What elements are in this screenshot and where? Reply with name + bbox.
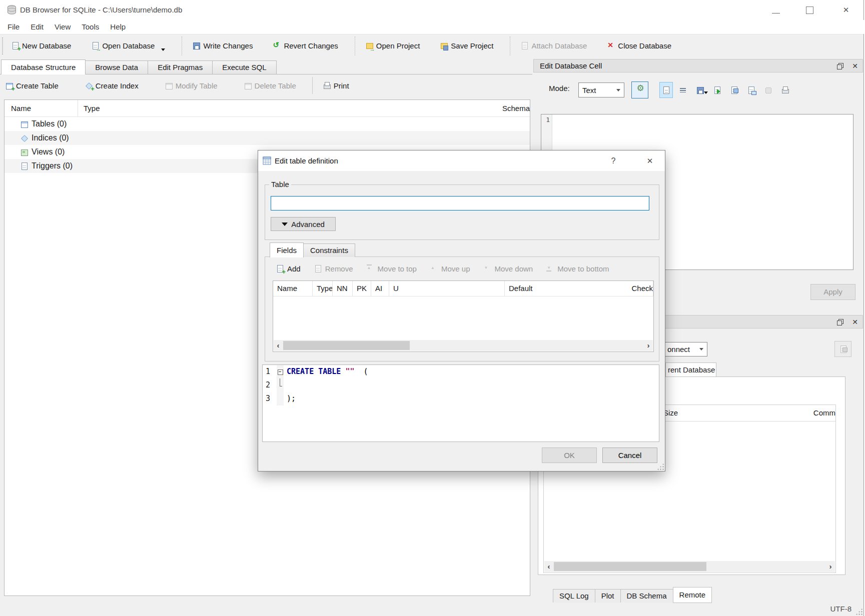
toolbar-button-label: Close Database [618, 42, 671, 50]
dock-close-icon[interactable] [851, 62, 858, 70]
tree-column-header[interactable]: Name [5, 100, 78, 116]
bottom-dock-tab[interactable]: SQL Log [553, 589, 595, 603]
toolbar-button[interactable]: Revert Changes [269, 36, 341, 56]
status-bar: UTF-8 [0, 602, 863, 616]
toolbar-button-label: Write Changes [203, 42, 253, 50]
cell-toolbar-button[interactable] [676, 82, 690, 98]
fold-marker[interactable] [277, 392, 284, 406]
structure-toolbar-button[interactable]: Create Index [82, 77, 142, 94]
close-icon[interactable] [834, 0, 857, 20]
main-tab[interactable]: Browse Data [85, 60, 148, 74]
remote-column-header[interactable]: Comm [808, 405, 835, 421]
menu-item[interactable]: File [2, 20, 25, 34]
scroll-left-icon[interactable]: ‹ [274, 340, 283, 351]
open-project-icon [365, 42, 374, 50]
remote-column-header[interactable]: Size [658, 405, 808, 421]
dialog-tab[interactable]: Constraints [303, 244, 355, 257]
dialog-close-icon[interactable] [641, 150, 658, 171]
toolbar-button[interactable]: Close Database [603, 36, 675, 56]
fields-column-header[interactable]: AI [371, 281, 389, 296]
tree-row[interactable]: Tables (0) [5, 117, 530, 131]
field-action-button: Move to top [360, 264, 423, 273]
fields-column-header[interactable]: Default [505, 281, 627, 296]
menu-item[interactable]: View [49, 20, 76, 34]
bottom-dock-tab[interactable]: DB Schema [620, 589, 673, 603]
fields-column-header[interactable]: PK [353, 281, 371, 296]
tree-header: NameTypeSchema [5, 100, 530, 117]
tree-column-header[interactable]: Schema [502, 100, 530, 116]
table-name-input[interactable] [271, 196, 649, 210]
toolbar-drag-handle[interactable] [2, 38, 5, 54]
fields-column-header[interactable]: Type [313, 281, 333, 296]
toolbar-button[interactable]: New Database [8, 36, 75, 56]
field-action-label: Add [287, 264, 301, 273]
window-resize-grip[interactable] [855, 608, 862, 615]
menu-item[interactable]: Help [105, 20, 131, 34]
revert-changes-icon [273, 42, 281, 50]
structure-toolbar-label: Delete Table [255, 82, 296, 90]
add-icon [276, 264, 284, 273]
toolbar-button[interactable]: Open Database [88, 36, 169, 56]
remote-clone-button [834, 341, 851, 357]
cell-toolbar-button[interactable] [710, 82, 724, 98]
scroll-right-icon[interactable]: › [826, 561, 835, 572]
scrollbar-thumb[interactable] [283, 341, 410, 350]
fields-table-hscrollbar[interactable]: ‹ › [274, 340, 653, 351]
bottom-dock-tab[interactable]: Remote [673, 587, 712, 603]
dialog-resize-grip[interactable] [657, 463, 664, 470]
main-toolbar: New Database Open Database Write Changes [0, 34, 863, 57]
toolbar-button: Attach Database [510, 36, 590, 56]
tree-row[interactable]: Indices (0) [5, 131, 530, 145]
toolbar-button[interactable]: Write Changes [182, 36, 256, 56]
scrollbar-thumb[interactable] [554, 562, 706, 571]
field-action-button: Move down [477, 264, 540, 273]
cancel-button[interactable]: Cancel [602, 448, 657, 463]
fields-column-header[interactable]: NN [333, 281, 353, 296]
dock-float-icon[interactable] [837, 63, 843, 70]
current-database-tab[interactable]: rent Database [665, 362, 716, 376]
dock-float-icon[interactable] [837, 319, 843, 326]
cell-toolbar-button[interactable] [693, 82, 707, 98]
advanced-button[interactable]: Advanced [271, 217, 336, 231]
fields-column-header[interactable]: Check [627, 281, 653, 296]
write-changes-icon [192, 42, 201, 50]
bottom-dock-tab[interactable]: Plot [595, 589, 621, 603]
table-group-label: Table [269, 180, 291, 188]
main-tab[interactable]: Database Structure [1, 60, 86, 74]
toolbar-button-label: Open Database [102, 42, 155, 50]
scroll-right-icon[interactable]: › [644, 340, 653, 351]
tree-column-header[interactable]: Type [78, 100, 502, 116]
maximize-icon[interactable] [798, 0, 821, 20]
remote-table-hscrollbar[interactable]: ‹ › [544, 561, 835, 572]
dialog-tab[interactable]: Fields [270, 242, 304, 258]
dialog-help-icon[interactable] [606, 150, 621, 171]
mode-select[interactable]: Text [578, 82, 624, 98]
minimize-icon[interactable] [764, 0, 787, 20]
fold-marker[interactable] [277, 365, 284, 378]
fields-column-header[interactable]: Name [273, 281, 313, 296]
dock-close-icon[interactable] [851, 318, 858, 326]
main-tab-bar: Database StructureBrowse DataEdit Pragma… [0, 59, 532, 74]
cell-toolbar-button[interactable] [744, 82, 758, 98]
main-tab[interactable]: Execute SQL [212, 60, 276, 74]
fields-pane: Add Remove Move to top Move up [265, 256, 659, 362]
toolbar-button[interactable]: Open Project [355, 36, 424, 56]
menu-item[interactable]: Edit [25, 20, 49, 34]
sql-code: CREATE TABLE "" ( [284, 365, 368, 378]
field-action-button[interactable]: Add [269, 264, 307, 273]
cell-toolbar-button[interactable] [778, 82, 792, 98]
menu-item[interactable]: Tools [76, 20, 105, 34]
cell-export-icon [730, 86, 738, 94]
structure-toolbar-button[interactable]: Print [312, 77, 352, 94]
fields-column-header[interactable]: U [389, 281, 505, 296]
table-groupbox: Table Advanced [265, 184, 659, 240]
scroll-left-icon[interactable]: ‹ [544, 561, 553, 572]
cell-toolbar-button[interactable] [727, 82, 741, 98]
cell-toolbar-button[interactable] [659, 82, 673, 98]
main-tab[interactable]: Edit Pragmas [148, 60, 213, 74]
table-definition-icon [263, 156, 271, 165]
fold-marker[interactable] [277, 378, 284, 392]
cell-editor-toolbar [626, 82, 792, 98]
structure-toolbar-button[interactable]: Create Table [2, 77, 62, 94]
toolbar-button[interactable]: Save Project [436, 36, 497, 56]
